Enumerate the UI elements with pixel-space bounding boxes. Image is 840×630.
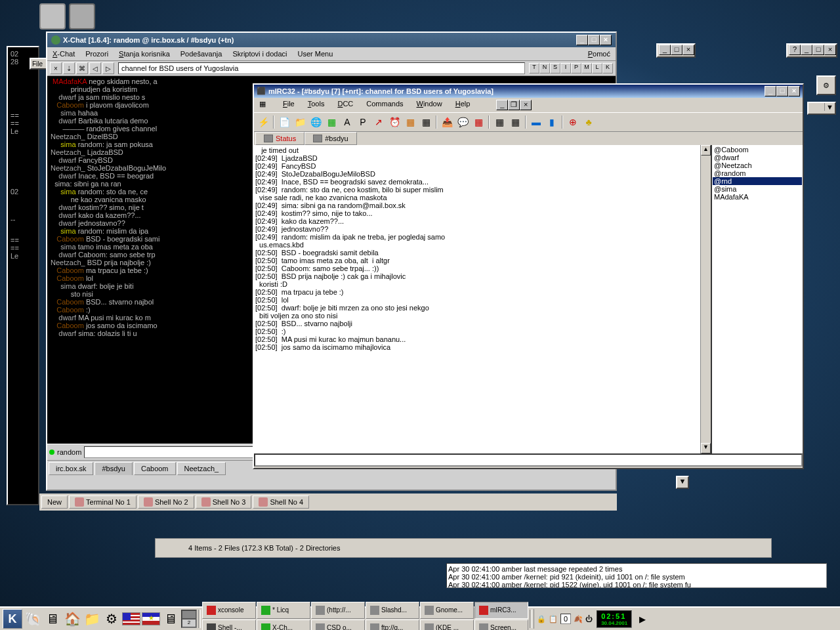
mdi-close[interactable]: × bbox=[520, 100, 532, 110]
tb-get[interactable]: ▦ bbox=[471, 115, 486, 129]
tb-address[interactable]: ▦ bbox=[419, 115, 433, 129]
mode-btn-k[interactable]: K bbox=[602, 63, 613, 74]
minimize-btn[interactable]: _ bbox=[801, 45, 812, 55]
task-Screen[interactable]: Screen... bbox=[474, 620, 528, 631]
tb-options[interactable]: 📄 bbox=[277, 115, 291, 129]
task-Gnome[interactable]: Gnome... bbox=[420, 602, 474, 619]
tb-folder[interactable]: 📁 bbox=[293, 115, 307, 129]
nick-dwarf[interactable]: @dwarf bbox=[713, 154, 802, 161]
tb-remote[interactable]: ↗ bbox=[371, 115, 386, 129]
close-btn[interactable]: × bbox=[682, 45, 694, 55]
task-Slashd[interactable]: Slashd... bbox=[366, 602, 419, 619]
tb-timer[interactable]: ⏰ bbox=[387, 115, 402, 129]
tray-leaf-icon[interactable]: 🍂 bbox=[574, 615, 583, 623]
tb-konq-icon[interactable]: 📁 bbox=[83, 610, 101, 628]
menu-pomoc[interactable]: Pomoć bbox=[588, 50, 610, 58]
tray-lock-icon[interactable]: 🔒 bbox=[537, 615, 546, 623]
tb-popup[interactable]: P bbox=[356, 115, 370, 129]
nick-sima[interactable]: @sima bbox=[713, 185, 802, 193]
mode-btn-m[interactable]: M bbox=[581, 63, 592, 74]
nick-MAdafaKA[interactable]: MAdafaKA bbox=[713, 193, 802, 201]
dropdown-arrow[interactable]: ▼ bbox=[676, 476, 689, 489]
maximize-button[interactable]: □ bbox=[588, 35, 600, 45]
menu-dcc[interactable]: DCC bbox=[337, 100, 353, 110]
task-XCh[interactable]: X-Ch... bbox=[257, 620, 310, 631]
maximize-button[interactable]: □ bbox=[776, 86, 788, 96]
close-button[interactable]: × bbox=[600, 35, 612, 45]
mirc-input[interactable] bbox=[254, 453, 803, 467]
shell-tab-2[interactable]: Shell No 2 bbox=[138, 495, 194, 509]
tb-term-icon[interactable]: 🖥 bbox=[43, 610, 62, 628]
task-Shell[interactable]: Shell -... bbox=[202, 620, 256, 631]
tb-list[interactable]: ▦ bbox=[324, 115, 339, 129]
switch-tab-Status[interactable]: Status bbox=[255, 132, 304, 145]
flag-us-icon[interactable] bbox=[122, 612, 140, 625]
tb-control-icon[interactable]: ⚙ bbox=[102, 610, 121, 628]
menu-tools[interactable]: Tools bbox=[308, 100, 325, 110]
tb-desktop-icon[interactable]: 🖥 bbox=[161, 610, 180, 628]
task-http[interactable]: (http://... bbox=[311, 602, 365, 619]
scroll-up[interactable]: ▲ bbox=[701, 145, 711, 156]
task-CSDo[interactable]: CSD o... bbox=[311, 620, 365, 631]
k-menu-button[interactable]: K bbox=[3, 609, 22, 629]
shell-tab-4[interactable]: Shell No 4 bbox=[253, 495, 309, 509]
tb-fav[interactable]: 🌐 bbox=[308, 115, 323, 129]
mode-btn-i[interactable]: I bbox=[560, 63, 571, 74]
nick-random[interactable]: @random bbox=[713, 169, 802, 177]
tb-connect[interactable]: ⚡ bbox=[256, 115, 270, 129]
tray-clipboard-icon[interactable]: 📋 bbox=[549, 615, 558, 623]
topic-input[interactable] bbox=[118, 62, 525, 74]
bg-gear-icon[interactable]: ⚙ bbox=[816, 75, 836, 95]
menu-stanja[interactable]: Stanja korisnika bbox=[119, 50, 170, 58]
tb-colors[interactable]: ▦ bbox=[403, 115, 417, 129]
minimize-btn[interactable]: _ bbox=[659, 45, 671, 55]
menu-podesavanja[interactable]: Podešavanja bbox=[180, 50, 222, 58]
task-KDE[interactable]: (KDE ... bbox=[420, 620, 474, 631]
tb-close[interactable]: × bbox=[50, 62, 62, 74]
menu-skriptovi[interactable]: Skriptovi i dodaci bbox=[232, 50, 287, 58]
shell-tab-0[interactable]: New bbox=[41, 495, 68, 509]
mode-btn-p[interactable]: P bbox=[571, 63, 581, 74]
mdi-minimize[interactable]: _ bbox=[496, 100, 508, 110]
desktop-home-icon[interactable] bbox=[39, 3, 66, 30]
nick-Neetzach[interactable]: @Neetzach bbox=[713, 161, 802, 169]
tb-arrow-icon[interactable]: ▸ bbox=[633, 610, 652, 628]
shell-tab-1[interactable]: Terminal No 1 bbox=[69, 495, 136, 509]
minimize-button[interactable]: _ bbox=[765, 86, 776, 96]
tb-pin[interactable]: ⇣ bbox=[63, 62, 75, 74]
menu-user[interactable]: User Menu bbox=[298, 50, 333, 58]
minimize-button[interactable]: _ bbox=[576, 35, 588, 45]
tab-Caboom[interactable]: Caboom bbox=[134, 462, 176, 475]
menu-window[interactable]: Window bbox=[417, 100, 442, 110]
tb-notify[interactable]: ▦ bbox=[492, 115, 507, 129]
shell-tab-3[interactable]: Shell No 3 bbox=[196, 495, 252, 509]
tb-home-icon[interactable]: 🏠 bbox=[63, 610, 81, 628]
mdi-restore[interactable]: ❐ bbox=[508, 100, 520, 110]
menu-help[interactable]: Help bbox=[455, 100, 471, 110]
mode-btn-t[interactable]: T bbox=[529, 63, 539, 74]
mirc-titlebar[interactable]: ⬛ mIRC32 - [#bsdyu [7] [+nrt]: channel f… bbox=[254, 85, 803, 98]
nick-Caboom[interactable]: @Caboom bbox=[713, 146, 802, 154]
tb-shell-icon[interactable]: 🐚 bbox=[24, 610, 42, 628]
tb-tile-h[interactable]: ▬ bbox=[529, 115, 543, 129]
close-btn[interactable]: × bbox=[824, 45, 836, 55]
tb-about[interactable]: ♣ bbox=[581, 115, 596, 129]
tray-power-icon[interactable]: ⏻ bbox=[585, 615, 593, 623]
close-button[interactable]: × bbox=[788, 86, 800, 96]
flag-yu-icon[interactable] bbox=[142, 612, 160, 625]
tb-tile-v[interactable]: ▮ bbox=[545, 115, 559, 129]
desktop-trash-icon[interactable] bbox=[69, 3, 95, 30]
task-mIRC3[interactable]: mIRC3... bbox=[474, 602, 528, 619]
tab-ircboxsk[interactable]: irc.box.sk bbox=[49, 462, 93, 475]
task-ftpg[interactable]: ftp://g... bbox=[366, 620, 419, 631]
tb-chat[interactable]: 💬 bbox=[455, 115, 470, 129]
task-Licq[interactable]: * Licq bbox=[257, 602, 310, 619]
maximize-btn[interactable]: □ bbox=[671, 45, 682, 55]
mode-btn-l[interactable]: L bbox=[592, 63, 602, 74]
menu-xchat[interactable]: X-Chat bbox=[52, 50, 75, 58]
nick-rnd[interactable]: @rnd bbox=[713, 177, 802, 185]
mirc-scrollbar[interactable]: ▲ ▼ bbox=[700, 145, 711, 453]
mode-btn-s[interactable]: S bbox=[550, 63, 560, 74]
task-xconsole[interactable]: xconsole bbox=[202, 602, 256, 619]
tab-Neetzach[interactable]: Neetzach_ bbox=[177, 462, 226, 475]
